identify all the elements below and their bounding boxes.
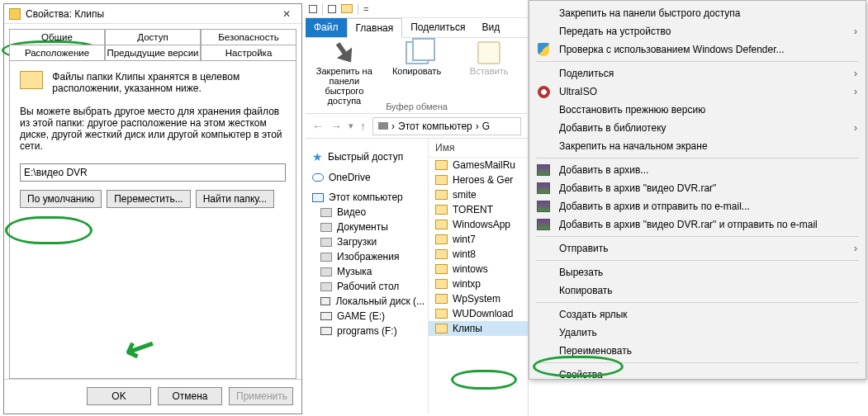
ctx-cut[interactable]: Вырезать (529, 263, 866, 281)
nav-onedrive[interactable]: OneDrive (306, 170, 428, 185)
folder-icon (435, 205, 448, 215)
ctx-delete[interactable]: Удалить (529, 324, 866, 342)
list-item[interactable]: wintows (429, 262, 528, 277)
nav-video[interactable]: Видео (306, 205, 428, 220)
list-item[interactable]: smite (429, 187, 528, 202)
nav-desktop[interactable]: Рабочий стол (306, 279, 428, 294)
list-item[interactable]: WpSystem (429, 291, 528, 306)
breadcrumb-drive[interactable]: G (482, 121, 490, 132)
ctx-properties[interactable]: Свойства (529, 366, 866, 384)
column-header-name[interactable]: Имя (429, 139, 528, 158)
folder-icon (435, 264, 448, 274)
drive-icon (320, 297, 330, 305)
tab-strip: Общие Доступ Безопасность Расположение П… (9, 29, 296, 379)
qat-dropdown-icon[interactable]: = (363, 4, 368, 14)
ok-button[interactable]: OK (87, 387, 151, 405)
tab-security[interactable]: Безопасность (201, 29, 296, 45)
ctx-copy[interactable]: Копировать (529, 281, 866, 300)
nav-music[interactable]: Музыка (306, 264, 428, 279)
list-item[interactable]: wint7 (429, 232, 528, 247)
list-item[interactable]: WUDownload (429, 306, 528, 321)
qat-properties-icon[interactable] (328, 5, 336, 13)
qat-placeholder-icon[interactable] (309, 5, 317, 13)
tab-customize[interactable]: Настройка (201, 45, 296, 60)
move-button[interactable]: Переместить... (107, 190, 191, 208)
qat-newfolder-icon[interactable] (341, 4, 353, 13)
menu-view[interactable]: Вид (473, 18, 508, 37)
nav-history-icon[interactable]: ▾ (349, 121, 353, 131)
nav-back-icon[interactable]: ← (312, 120, 324, 133)
menu-home[interactable]: Главная (347, 18, 403, 38)
ctx-ultraiso[interactable]: UltraISO› (529, 83, 866, 101)
menu-bar: Файл Главная Поделиться Вид (306, 18, 528, 38)
folder-icon (435, 190, 448, 200)
ctx-share[interactable]: Поделиться› (529, 64, 866, 83)
ribbon-paste: Вставить (455, 41, 523, 106)
tab-general[interactable]: Общие (9, 29, 105, 45)
ctx-library[interactable]: Добавить в библиотеку› (529, 119, 866, 137)
list-item[interactable]: Heroes & Ger (429, 173, 528, 187)
list-item[interactable]: wint8 (429, 247, 528, 262)
address-bar: ← → ▾ ↑ › Этот компьютер › G (306, 114, 528, 139)
file-name: WindowsApp (453, 219, 510, 230)
close-icon[interactable]: ✕ (277, 8, 296, 20)
location-path-input[interactable] (20, 163, 286, 182)
nav-docs[interactable]: Документы (306, 220, 428, 234)
ctx-rar-add[interactable]: Добавить в архив... (529, 161, 866, 179)
list-item[interactable]: WindowsApp (429, 217, 528, 232)
ctx-rar-mail[interactable]: Добавить в архив и отправить по e-mail..… (529, 197, 866, 215)
ctx-shortcut[interactable]: Создать ярлык (529, 305, 866, 324)
tab-location[interactable]: Расположение (9, 45, 105, 60)
nav-up-icon[interactable]: ↑ (360, 120, 366, 133)
list-item[interactable]: GamesMailRu (429, 158, 528, 173)
breadcrumb-root[interactable]: Этот компьютер (398, 121, 472, 132)
ctx-defender[interactable]: Проверка с использованием Windows Defend… (529, 40, 866, 59)
ribbon-pin-quick[interactable]: Закрепить на панели быстрого доступа (311, 41, 378, 106)
ctx-pin-quick[interactable]: Закрепить на панели быстрого доступа (529, 4, 866, 22)
ribbon-group-label: Буфер обмена (306, 102, 528, 111)
menu-share[interactable]: Поделиться (402, 18, 473, 37)
ribbon-copy[interactable]: Копировать (383, 41, 451, 106)
nav-images[interactable]: Изображения (306, 249, 428, 264)
ctx-restore[interactable]: Восстановить прежнюю версию (529, 101, 866, 119)
shield-icon (538, 43, 549, 56)
find-folder-button[interactable]: Найти папку... (196, 190, 274, 208)
tab-previous[interactable]: Предыдущие версии (105, 45, 201, 60)
nav-downloads[interactable]: Загрузки (306, 234, 428, 249)
nav-cdrive[interactable]: Локальный диск (... (306, 294, 428, 309)
ctx-rar-add-named[interactable]: Добавить в архив "видео DVR.rar" (529, 179, 866, 197)
list-item[interactable]: TORENT (429, 202, 528, 217)
nav-thispc[interactable]: Этот компьютер (306, 190, 428, 205)
ribbon: Закрепить на панели быстрого доступа Коп… (306, 38, 528, 114)
restore-default-button[interactable]: По умолчанию (20, 190, 102, 208)
nav-fwd-icon[interactable]: → (330, 120, 342, 133)
cancel-button[interactable]: Отмена (158, 387, 222, 405)
separator (536, 302, 859, 303)
separator (536, 260, 859, 261)
nav-quick-access[interactable]: ★Быстрый доступ (306, 149, 428, 165)
separator (358, 3, 358, 15)
list-item[interactable]: wintxp (429, 277, 528, 291)
apply-button[interactable]: Применить (229, 387, 293, 405)
ctx-rename[interactable]: Переименовать (529, 342, 866, 360)
ctx-pin-start[interactable]: Закрепить на начальном экране (529, 137, 866, 155)
separator (536, 236, 859, 237)
folder-icon (320, 267, 332, 277)
list-item[interactable]: Клипы (429, 321, 528, 336)
nav-fdrive[interactable]: programs (F:) (306, 324, 428, 338)
file-name: GamesMailRu (453, 159, 515, 171)
annotation-circle-default (5, 216, 92, 244)
folder-icon (435, 324, 448, 333)
breadcrumb[interactable]: › Этот компьютер › G (372, 117, 521, 135)
folder-icon (435, 279, 448, 289)
ctx-send-device[interactable]: Передать на устройство› (529, 22, 866, 40)
drive-icon (320, 327, 332, 335)
ctx-send[interactable]: Отправить› (529, 239, 866, 258)
tab-access[interactable]: Доступ (105, 29, 201, 45)
chevron-right-icon: › (854, 243, 857, 254)
winrar-icon (537, 219, 550, 230)
nav-edrive[interactable]: GAME (E:) (306, 309, 428, 324)
location-desc-1: Файлы папки Клипы хранятся в целевом рас… (52, 71, 275, 94)
menu-file[interactable]: Файл (306, 18, 347, 37)
ctx-rar-mail-named[interactable]: Добавить в архив "видео DVR.rar" и отпра… (529, 215, 866, 234)
